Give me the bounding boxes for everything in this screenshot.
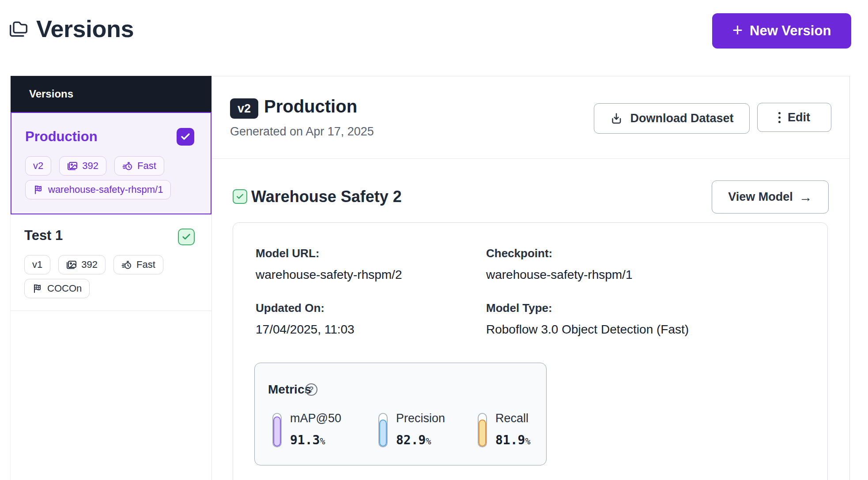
check-icon: [236, 192, 244, 201]
recall-label: Recall: [495, 412, 528, 425]
map-value: 91.3%: [290, 433, 325, 447]
version-item-production[interactable]: Production v2 392 Fast: [11, 112, 211, 214]
model-title: Warehouse Safety 2: [251, 188, 402, 206]
header-divider: [212, 158, 849, 159]
page-title: Versions: [36, 15, 134, 42]
badge-row: v1 392 Fast: [24, 255, 163, 274]
checkered-flag-icon: [33, 184, 44, 195]
edit-label: Edit: [788, 111, 810, 124]
versions-page: Versions + New Version Versions Producti…: [0, 0, 868, 480]
updated-on-value: 17/04/2025, 11:03: [256, 322, 355, 337]
version-checkbox-test-1[interactable]: [178, 229, 195, 245]
kebab-menu-icon: [778, 112, 781, 123]
help-icon[interactable]: ?: [305, 383, 317, 396]
download-icon: [610, 112, 623, 125]
versions-sidebar: Versions Production v2 392 Fast: [10, 76, 212, 480]
stopwatch-icon: [121, 259, 132, 270]
check-icon: [180, 131, 191, 142]
metrics-box: Metrics ? mAP@50 91.3% Precision 82.9%: [254, 363, 547, 465]
download-dataset-label: Download Dataset: [630, 112, 733, 125]
model-type-label: Model Type:: [486, 301, 552, 315]
recall-value: 81.9%: [495, 433, 530, 447]
new-version-button[interactable]: + New Version: [712, 13, 851, 49]
check-icon: [181, 232, 191, 242]
arrow-right-icon: →: [799, 190, 812, 205]
version-number-badge: v1: [24, 255, 50, 274]
model-url-label: Model URL:: [256, 247, 319, 260]
recall-gauge: [478, 413, 487, 447]
model-url-value: warehouse-safety-rhspm/2: [256, 268, 402, 282]
model-id-badge: COCOn: [24, 279, 90, 298]
model-id-badge: warehouse-safety-rhspm/1: [25, 180, 171, 199]
map-label: mAP@50: [290, 412, 341, 425]
version-number-chip: v2: [230, 98, 258, 119]
precision-label: Precision: [396, 412, 445, 425]
stopwatch-icon: [122, 161, 133, 171]
generated-on-text: Generated on Apr 17, 2025: [230, 125, 374, 139]
checkpoint-value: warehouse-safety-rhspm/1: [486, 268, 632, 282]
plus-icon: +: [732, 21, 743, 39]
version-item-test-1[interactable]: Test 1 v1 392 Fast C: [11, 214, 211, 311]
new-version-label: New Version: [750, 23, 831, 39]
version-detail-panel: v2 Production Generated on Apr 17, 2025 …: [212, 76, 850, 480]
folders-icon: [9, 19, 28, 38]
badge-row: v2 392 Fast: [25, 156, 164, 176]
image-count-badge: 392: [59, 156, 106, 176]
model-details-card: Model URL: warehouse-safety-rhspm/2 Chec…: [233, 222, 828, 480]
version-name: Test 1: [24, 228, 63, 244]
checkpoint-label: Checkpoint:: [486, 247, 552, 260]
badge-row: COCOn: [24, 279, 90, 298]
model-checkbox[interactable]: [233, 189, 247, 204]
version-checkbox-production[interactable]: [177, 128, 194, 146]
updated-on-label: Updated On:: [256, 301, 325, 315]
edit-button[interactable]: Edit: [757, 103, 831, 132]
speed-badge: Fast: [114, 156, 164, 176]
version-name: Production: [25, 129, 98, 145]
model-type-value: Roboflow 3.0 Object Detection (Fast): [486, 322, 689, 337]
version-number-badge: v2: [25, 156, 51, 176]
checkered-flag-icon: [32, 283, 43, 294]
speed-badge: Fast: [113, 255, 163, 274]
badge-row: warehouse-safety-rhspm/1: [25, 180, 171, 199]
sidebar-header-label: Versions: [29, 88, 73, 100]
view-model-button[interactable]: View Model →: [712, 180, 829, 214]
images-icon: [67, 161, 78, 171]
precision-value: 82.9%: [396, 433, 431, 447]
view-model-label: View Model: [728, 190, 793, 204]
download-dataset-button[interactable]: Download Dataset: [594, 103, 750, 134]
map-gauge: [272, 413, 282, 447]
page-title-wrap: Versions: [9, 15, 134, 42]
sidebar-header: Versions: [11, 76, 211, 112]
images-icon: [66, 259, 77, 270]
version-title: Production: [264, 97, 357, 116]
precision-gauge: [378, 413, 388, 447]
image-count-badge: 392: [58, 255, 106, 274]
